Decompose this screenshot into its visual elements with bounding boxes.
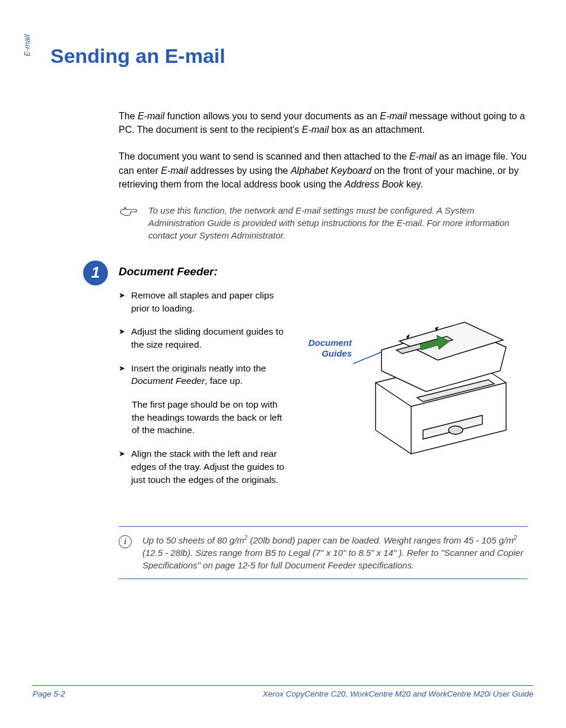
page-title: Sending an E-mail	[50, 44, 533, 68]
guide-title: Xerox CopyCentre C20, WorkCentre M20 and…	[263, 689, 533, 698]
bullet-text: Remove all staples and paper clips prior…	[131, 289, 285, 314]
svg-point-1	[449, 426, 463, 434]
sidebar-section-label: E-mail	[23, 34, 31, 56]
info-icon: i	[119, 535, 132, 548]
step-number: 1	[91, 263, 100, 282]
text: key.	[403, 179, 423, 189]
bullet-text: Align the stack with the left and rear e…	[131, 447, 285, 486]
list-item: ➤Remove all staples and paper clips prio…	[119, 289, 285, 314]
step-number-badge: 1	[83, 260, 108, 285]
text: Up to 50 sheets of 80 g/m	[142, 535, 244, 545]
em-email: E-mail	[380, 111, 406, 121]
page-number: Page 5-2	[33, 689, 65, 698]
config-note-text: To use this function, the network and E-…	[148, 204, 527, 241]
bullet-arrow-icon: ➤	[119, 447, 125, 486]
em-email: E-mail	[409, 151, 436, 161]
step-heading: Document Feeder:	[119, 265, 533, 278]
bullet-subtext: The first page should be on top with the…	[132, 398, 285, 437]
step-instructions: ➤Remove all staples and paper clips prio…	[119, 289, 285, 497]
text: box as an attachment.	[329, 125, 425, 135]
list-item: ➤Adjust the sliding document guides to t…	[119, 325, 285, 351]
bullet-text: Adjust the sliding document guides to th…	[131, 325, 285, 351]
em-email: E-mail	[302, 125, 329, 135]
intro-paragraph-2: The document you want to send is scanned…	[119, 150, 527, 191]
info-note-text: Up to 50 sheets of 80 g/m2 (20lb bond) p…	[142, 534, 527, 571]
superscript: 2	[514, 535, 517, 541]
em-email: E-mail	[161, 166, 187, 176]
em-email: E-mail	[138, 111, 164, 121]
em-address-book: Address Book	[345, 179, 404, 189]
text: (12.5 - 28lb). Sizes range from B5 to Le…	[142, 548, 523, 570]
bullet-text: Insert the originals neatly into the Doc…	[131, 362, 285, 387]
text: The	[119, 111, 138, 121]
info-section: i Up to 50 sheets of 80 g/m2 (20lb bond)…	[119, 526, 527, 579]
printer-illustration-icon	[328, 294, 530, 472]
divider	[119, 526, 527, 527]
config-note: To use this function, the network and E-…	[119, 204, 527, 241]
main-content: The E-mail function allows you to send y…	[119, 109, 527, 241]
text: function allows you to send your documen…	[164, 111, 380, 121]
page-footer: Page 5-2 Xerox CopyCentre C20, WorkCentr…	[33, 685, 533, 698]
bullet-arrow-icon: ➤	[119, 362, 125, 387]
text: The document you want to send is scanned…	[119, 151, 409, 161]
text: Insert the originals neatly into the	[131, 363, 266, 373]
divider	[119, 578, 527, 579]
step-illustration: Document Guides	[301, 289, 533, 497]
bullet-arrow-icon: ➤	[119, 289, 125, 314]
step-1: 1 Document Feeder: ➤Remove all staples a…	[83, 265, 533, 497]
text: addresses by using the	[188, 166, 291, 176]
list-item: ➤Insert the originals neatly into the Do…	[119, 362, 285, 387]
em-document-feeder: Document Feeder	[131, 376, 205, 386]
intro-paragraph-1: The E-mail function allows you to send y…	[119, 109, 527, 136]
pointing-hand-icon	[119, 204, 140, 241]
text: (20lb bond) paper can be loaded. Weight …	[247, 535, 513, 545]
em-alphabet-keyboard: Alphabet Keyboard	[291, 166, 371, 176]
bullet-arrow-icon: ➤	[119, 325, 125, 351]
text: , face up.	[205, 376, 243, 386]
list-item: ➤Align the stack with the left and rear …	[119, 447, 285, 486]
